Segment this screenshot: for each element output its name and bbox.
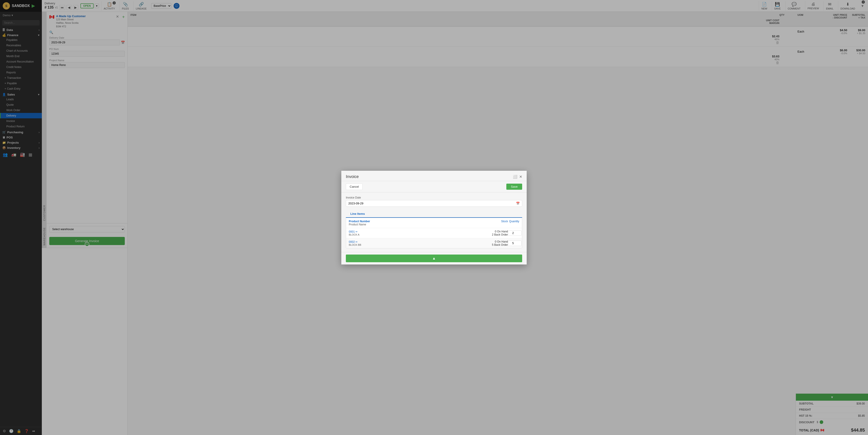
li-row1-stock: 0 On Hand 2 Back Order: [490, 230, 508, 236]
invoice-date-row: Invoice Date 2023-09-29 📅: [346, 196, 522, 207]
modal-actions: Cancel Save: [341, 181, 527, 193]
li-row2-qty-area: 🗑: [508, 240, 519, 246]
li-row2-product: 0002 ✏ BLOCK BB: [349, 240, 467, 246]
modal-expand-button[interactable]: ▲: [346, 255, 522, 262]
li-row1-product-name: BLOCK A: [349, 233, 467, 236]
invoice-date-calendar-icon[interactable]: 📅: [516, 202, 520, 205]
li-row1-on-hand-val: 0: [495, 230, 496, 233]
invoice-date-label: Invoice Date: [346, 196, 522, 199]
li-row2-product-num[interactable]: 0002: [349, 240, 355, 243]
modal-title: Invoice: [346, 174, 359, 179]
li-row1-product: 0001 ✏ BLOCK A: [349, 230, 467, 236]
tab-line-items[interactable]: Line Items: [346, 210, 369, 218]
li-row: 0001 ✏ BLOCK A 0 On Hand 2 Bac: [346, 228, 522, 238]
li-row2-on-hand: 0 On Hand: [490, 240, 508, 243]
li-row2-edit-icon[interactable]: ✏: [355, 240, 358, 243]
li-row2-on-hand-label: On Hand: [497, 240, 508, 243]
li-stock-header: Stock: [490, 220, 508, 226]
modal-maximize-button[interactable]: ⬜: [513, 175, 518, 179]
invoice-date-value: 2023-09-29: [348, 202, 516, 205]
li-row1-back-order: 2 Back Order: [490, 233, 508, 236]
li-row1-qty-input[interactable]: [508, 230, 522, 236]
modal-overlay[interactable]: Invoice ⬜ ✕ Cancel Save Invoice Date 202…: [0, 0, 868, 435]
li-row1-product-num[interactable]: 0001: [349, 230, 355, 233]
li-qty-header: Quantity: [508, 220, 519, 226]
li-product-number-header: Product Number: [349, 220, 467, 223]
modal-close-button[interactable]: ✕: [519, 175, 522, 179]
tab-line-items-label: Line Items: [350, 212, 365, 215]
li-row1-qty-area: 🗑: [508, 230, 519, 236]
li-product-name-header: Product Name: [349, 223, 467, 226]
li-row1-back-order-label: Back Order: [494, 233, 508, 236]
li-spacer: [467, 220, 490, 226]
li-row2-back-order-label: Back Order: [494, 243, 508, 246]
modal-cancel-button[interactable]: Cancel: [346, 183, 363, 190]
li-row2-on-hand-val: 0: [495, 240, 496, 243]
modal-body: Invoice Date 2023-09-29 📅 Line Items Pro…: [341, 193, 527, 252]
modal-header-buttons: ⬜ ✕: [513, 175, 522, 179]
line-items-table: Product Number Product Name Stock Quanti…: [346, 218, 522, 248]
li-row2-back-order: 5 Back Order: [490, 243, 508, 246]
li-table-header: Product Number Product Name Stock Quanti…: [346, 218, 522, 228]
modal-header: Invoice ⬜ ✕: [341, 171, 527, 181]
li-row1-on-hand-label: On Hand: [497, 230, 508, 233]
li-row: 0002 ✏ BLOCK BB 0 On Hand 5 Ba: [346, 238, 522, 248]
li-row2-qty-input[interactable]: [508, 240, 522, 246]
modal-footer: ▲: [341, 252, 527, 265]
modal-save-button[interactable]: Save: [506, 183, 522, 190]
invoice-modal: Invoice ⬜ ✕ Cancel Save Invoice Date 202…: [341, 171, 527, 265]
li-row1-on-hand: 0 On Hand: [490, 230, 508, 233]
li-row2-stock: 0 On Hand 5 Back Order: [490, 240, 508, 246]
li-row2-product-name: BLOCK BB: [349, 243, 467, 246]
li-row2-back-order-val: 5: [492, 243, 493, 246]
modal-tabs: Line Items: [346, 210, 522, 218]
expand-icon: ▲: [432, 256, 436, 260]
li-row1-edit-icon[interactable]: ✏: [355, 230, 358, 233]
li-row1-back-order-val: 2: [492, 233, 493, 236]
li-header: Product Number Product Name: [349, 220, 467, 226]
invoice-date-field: 2023-09-29 📅: [346, 200, 522, 207]
